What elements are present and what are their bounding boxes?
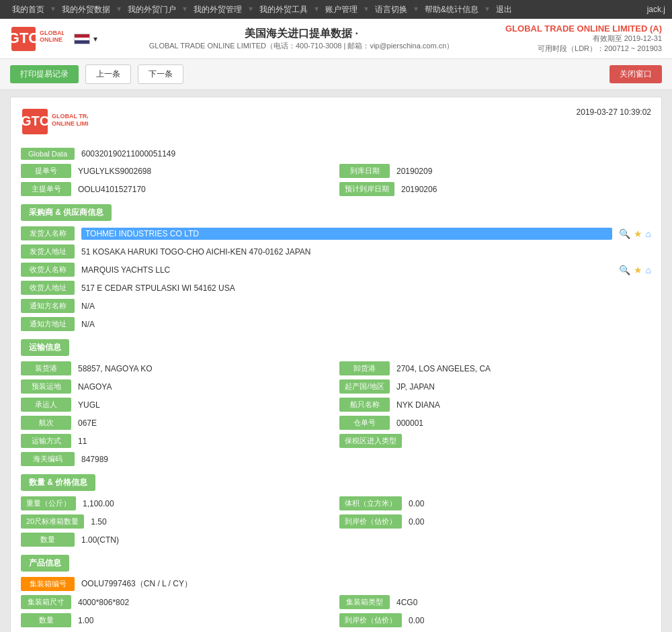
header-brand: GLOBAL TRADE ONLINE LIMITED (A) 有效期至 201… xyxy=(505,24,662,54)
zhutidan-label: 主提单号 xyxy=(21,182,71,196)
fasong-home-icon[interactable]: ⌂ xyxy=(646,228,651,239)
nav-tools[interactable]: 我的外贸工具 xyxy=(254,4,313,15)
quantity-section-header: 数量 & 价格信息 xyxy=(21,474,651,491)
zhutidan-value: OOLU4101527170 xyxy=(78,185,333,194)
tongzhi-addr-label: 通知方地址 xyxy=(21,317,75,331)
yunshufangshi-col: 运输方式 11 xyxy=(21,434,333,448)
page-title: 美国海关进口提单数据 · xyxy=(149,27,454,41)
nav-language[interactable]: 语言切换 xyxy=(370,4,413,15)
shuliang-label: 数量 xyxy=(21,533,75,547)
fasong-star-icon[interactable]: ★ xyxy=(634,228,642,239)
port-row: 装货港 58857, NAGOYA KO 卸货港 2704, LOS ANGEL… xyxy=(21,361,651,375)
quantity-section-title: 数量 & 价格信息 xyxy=(21,474,95,491)
fasong-name-row: 发货人名称 TOHMEI INDUSTRIES CO LTD 🔍 ★ ⌂ xyxy=(21,226,651,240)
daoji-col: 到库日期 20190209 xyxy=(339,164,651,178)
transport-section-header: 运输信息 xyxy=(21,339,651,356)
svg-text:GLOBAL TRADE: GLOBAL TRADE xyxy=(52,113,88,120)
prev-button[interactable]: 上一条 xyxy=(85,64,131,84)
container-num-value: OOLU7997463（CN / L / CY） xyxy=(81,578,651,590)
shouhuo-addr-row: 收货人地址 517 E CEDAR STPULASKI WI 54162 USA xyxy=(21,281,651,295)
document-header: GTC GLOBAL TRADE ONLINE LIMITED 2019-03-… xyxy=(21,107,651,138)
shouhuo-home-icon[interactable]: ⌂ xyxy=(646,265,651,275)
daoji-label: 到库日期 xyxy=(339,164,390,178)
svg-text:GLOBAL TRADE: GLOBAL TRADE xyxy=(40,30,64,36)
yujidaoji-label: 预计到岸日期 xyxy=(339,182,394,196)
next-button[interactable]: 下一条 xyxy=(138,64,183,84)
container-size-col: 集装箱尺寸 4000*806*802 xyxy=(21,595,333,609)
purchase-section-header: 采购商 & 供应商信息 xyxy=(21,204,651,221)
yunshufangshi-value: 11 xyxy=(78,437,333,446)
zhuangzai-value: 58857, NAGOYA KO xyxy=(78,364,333,373)
standard-box-col: 20尺标准箱数量 1.50 xyxy=(21,514,333,529)
global-data-label: Global Data xyxy=(21,148,75,160)
user-info: jack.j xyxy=(647,5,665,14)
zhongliang-label: 重量（公斤） xyxy=(21,496,76,510)
product-price-col: 到岸价（估价） 0.00 xyxy=(339,613,651,627)
origin-row: 预装运地 NAGOYA 起产国/地区 JP, JAPAN xyxy=(21,379,651,394)
tongzhi-name-value: N/A xyxy=(81,302,651,311)
shouhuo-addr-value: 517 E CEDAR STPULASKI WI 54162 USA xyxy=(81,283,651,293)
xiehu-label: 卸货港 xyxy=(339,361,390,375)
close-button[interactable]: 关闭窗口 xyxy=(610,65,662,83)
main-content: GTC GLOBAL TRADE ONLINE LIMITED 2019-03-… xyxy=(0,90,672,632)
xiehu-col: 卸货港 2704, LOS ANGELES, CA xyxy=(339,361,651,375)
haiguan-row: 海关编码 847989 xyxy=(21,452,651,466)
nav-help[interactable]: 帮助&统计信息 xyxy=(419,4,484,15)
tongzhi-addr-row: 通知方地址 N/A xyxy=(21,317,651,331)
chengyun-col: 承运人 YUGL xyxy=(21,398,333,412)
header-left: GTC GLOBAL TRADE ONLINE LIMITED ▾ xyxy=(10,24,97,54)
zhongliang-col: 重量（公斤） 1,100.00 xyxy=(21,496,333,510)
chuanming-value: NYK DIANA xyxy=(396,400,651,410)
xiehu-value: 2704, LOS ANGELES, CA xyxy=(396,364,651,373)
yuzhuang-col: 预装运地 NAGOYA xyxy=(21,379,333,394)
global-data-value: 600320190211000051149 xyxy=(81,149,651,159)
product-price-value: 0.00 xyxy=(409,616,651,625)
nav-trade-data[interactable]: 我的外贸数据 xyxy=(56,4,116,15)
tongzhi-addr-value: N/A xyxy=(81,320,651,329)
product-section-header: 产品信息 xyxy=(21,555,651,572)
chengyun-value: YUGL xyxy=(78,400,333,410)
chuanming-label: 船只名称 xyxy=(339,398,390,412)
fasong-name-value: TOHMEI INDUSTRIES CO LTD xyxy=(81,228,612,240)
language-selector[interactable]: ▾ xyxy=(74,34,97,44)
chuanming-col: 船只名称 NYK DIANA xyxy=(339,398,651,412)
haiguan-value: 847989 xyxy=(81,455,651,464)
fasong-search-icon[interactable]: 🔍 xyxy=(619,228,630,239)
document-card: GTC GLOBAL TRADE ONLINE LIMITED 2019-03-… xyxy=(10,97,662,632)
daoji-value: 20190209 xyxy=(396,167,651,176)
tiji-value: 0.00 xyxy=(409,499,651,508)
purchase-section-title: 采购商 & 供应商信息 xyxy=(21,204,112,221)
fasong-name-label: 发货人名称 xyxy=(21,226,75,240)
print-button[interactable]: 打印提易记录 xyxy=(10,65,79,83)
language-arrow: ▾ xyxy=(93,34,97,44)
header-title-area: 美国海关进口提单数据 · GLOBAL TRADE ONLINE LIMITED… xyxy=(149,27,454,51)
container-size-type-row: 集装箱尺寸 4000*806*802 集装箱类型 4CG0 xyxy=(21,595,651,609)
yujidaoji-value: 20190206 xyxy=(401,185,651,194)
nav-management[interactable]: 我的外贸管理 xyxy=(188,4,247,15)
flag-icon xyxy=(74,34,90,44)
logo: GTC GLOBAL TRADE ONLINE LIMITED xyxy=(10,24,64,54)
product-qty-price-row: 数量 1.00 到岸价（估价） 0.00 xyxy=(21,613,651,627)
boxes-price-row: 20尺标准箱数量 1.50 到岸价（估价） 0.00 xyxy=(21,514,651,529)
cangdan-col: 仓单号 000001 xyxy=(339,416,651,430)
chanpin-col: 起产国/地区 JP, JAPAN xyxy=(339,379,651,394)
fasong-addr-label: 发货人地址 xyxy=(21,244,75,259)
cangdan-value: 000001 xyxy=(396,418,651,428)
svg-text:ONLINE LIMITED: ONLINE LIMITED xyxy=(52,120,88,127)
fasong-addr-row: 发货人地址 51 KOSAKA HARUKI TOGO-CHO AICHI-KE… xyxy=(21,244,651,259)
nav-portal[interactable]: 我的外贸门户 xyxy=(122,4,181,15)
shuliang-row: 数量 1.00(CTN) xyxy=(21,533,651,547)
daoji-price-col: 到岸价（估价） 0.00 xyxy=(339,514,651,529)
shouhuo-search-icon[interactable]: 🔍 xyxy=(619,265,630,275)
zhuangzai-label: 装货港 xyxy=(21,361,71,375)
container-num-label: 集装箱编号 xyxy=(21,577,75,591)
nav-logout[interactable]: 退出 xyxy=(491,4,517,15)
svg-text:GTC: GTC xyxy=(10,30,39,46)
nav-account[interactable]: 账户管理 xyxy=(320,4,363,15)
shuliang-value: 1.00(CTN) xyxy=(81,535,651,545)
nav-home[interactable]: 我的首页 xyxy=(7,4,50,15)
shouhuo-star-icon[interactable]: ★ xyxy=(634,265,642,275)
tiji-col: 体积（立方米） 0.00 xyxy=(339,496,651,510)
product-section-title: 产品信息 xyxy=(21,555,69,572)
cangdan-label: 仓单号 xyxy=(339,416,390,430)
